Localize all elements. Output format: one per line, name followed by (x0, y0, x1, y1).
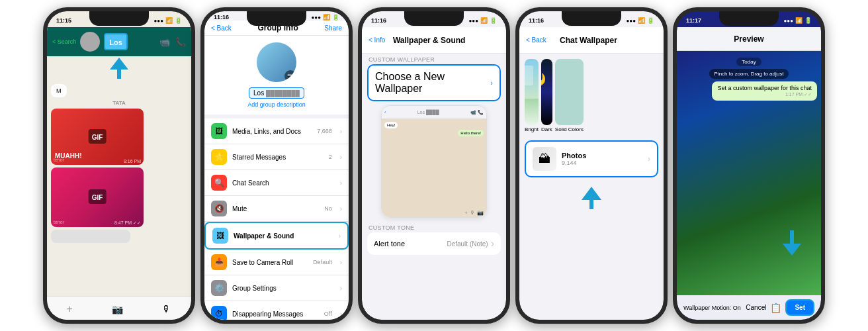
phone-1-notch (89, 11, 149, 26)
signal-icon-4: ●●● (627, 18, 636, 24)
choose-wallpaper-chevron: › (490, 79, 493, 87)
chat-search-chevron: › (340, 179, 342, 187)
wallpaper-solid[interactable]: Solid Colors (555, 59, 584, 132)
phone-2-screen: 11:16 ●●● 📶 🔋 < Back Group Info Share 📷 (204, 11, 349, 320)
menu-mute[interactable]: 🔇 Mute No › (204, 196, 349, 222)
pinch-hint: Pinch to zoom. Drag to adjust (709, 69, 789, 79)
gif-message-2: GIF 8:47 PM ✓✓ tenor (51, 167, 144, 227)
phone-2-notch (247, 11, 306, 26)
signal-icon: ●●● (154, 18, 164, 24)
arrow-down-5 (783, 230, 801, 256)
preview-action-buttons: Cancel 📋 Set (746, 299, 814, 316)
menu-media[interactable]: 🖼 Media, Links, and Docs 7,668 › (204, 118, 349, 144)
wallpaper-dark[interactable]: Dark (541, 59, 552, 132)
preview-title: Preview (734, 34, 763, 44)
mic-icon[interactable]: 🎙 (162, 304, 171, 314)
bright-thumbnail[interactable] (525, 59, 539, 125)
menu-disappearing[interactable]: ⏱ Disappearing Messages Off › (204, 301, 349, 320)
group-back-button[interactable]: < Back (211, 24, 232, 32)
menu-save-camera[interactable]: 📥 Save to Camera Roll Default › (204, 250, 349, 275)
phone-4-chat-wallpaper: 11:16 ●●● 📶 🔋 < Back Chat Wallpaper (515, 7, 668, 324)
add-icon[interactable]: + (67, 303, 73, 315)
ws-back-button[interactable]: < Info (369, 36, 385, 44)
menu-starred[interactable]: ⭐ Starred Messages 2 › (204, 144, 349, 170)
chat-search-label: Chat Search (232, 179, 269, 187)
star-icon: ⭐ (211, 149, 227, 165)
signal-icon-3: ●●● (469, 18, 479, 24)
mute-badge: No (324, 205, 332, 212)
gray-bubble (51, 230, 130, 243)
battery-icon-3: 🔋 (490, 17, 497, 24)
phone-3-notch (404, 11, 464, 26)
choose-wallpaper-text: Choose a New Wallpaper (375, 71, 490, 95)
disappearing-badge: Off (324, 310, 332, 317)
alert-chevron: › (491, 238, 494, 250)
group-avatar: 📷 (257, 42, 296, 82)
wallpaper-icon: 🖼 (212, 228, 228, 244)
group-header: 📷 Los ████████ Add group description (204, 36, 349, 115)
solid-thumbnail[interactable] (555, 59, 584, 125)
camera-icon[interactable]: 📷 (112, 304, 123, 314)
set-button[interactable]: Set (785, 299, 814, 316)
phone-5-notch (719, 11, 779, 26)
starred-badge: 2 (329, 154, 332, 160)
photos-info: Photos 9,144 (562, 152, 642, 166)
chat-message-area: M TATA GIF MUAHH! 8:16 PM tenor GIF (47, 80, 191, 320)
wallpaper-bright[interactable]: Bright (525, 59, 539, 132)
phone-2-group-info: 11:16 ●●● 📶 🔋 < Back Group Info Share 📷 (200, 7, 353, 324)
media-chevron: › (340, 128, 342, 135)
phone-1-time: 11:15 (56, 17, 71, 24)
phone-3-screen: 11:16 ●●● 📶 🔋 < Info Wallpaper & Sound C… (362, 11, 506, 320)
mute-chevron: › (340, 205, 342, 213)
wifi-icon-4: 📶 (638, 17, 645, 24)
video-call-icon[interactable]: 📹 (159, 37, 170, 47)
phone-1-status-icons: ●●● 📶 🔋 (154, 17, 183, 24)
preview-date-badge: Today (736, 58, 761, 66)
group-desc[interactable]: Add group description (247, 101, 306, 108)
arrow-up-4 (582, 187, 601, 209)
signal-icon-2: ●●● (312, 15, 322, 21)
wifi-icon-2: 📶 (323, 14, 330, 21)
copy-button[interactable]: 📋 (770, 303, 781, 313)
disappearing-chevron: › (340, 310, 342, 318)
phone-4-status-icons: ●●● 📶 🔋 (627, 17, 655, 24)
group-share-button[interactable]: Share (324, 24, 342, 32)
custom-wallpaper-label: CUSTOM WALLPAPER (362, 54, 506, 64)
menu-group-settings[interactable]: ⚙️ Group Settings › (204, 275, 349, 301)
chat-wallpaper-nav: < Back Chat Wallpaper (519, 27, 664, 54)
battery-icon: 🔋 (175, 17, 182, 24)
cw-back-button[interactable]: < Back (526, 36, 546, 44)
group-menu-section: 🖼 Media, Links, and Docs 7,668 › ⭐ Starr… (204, 118, 349, 320)
gif-message-1: GIF MUAHH! 8:16 PM tenor (51, 109, 144, 165)
settings-chevron: › (340, 285, 342, 292)
wallpaper-preview: ‹ Los ████ 📹 📞 Hey! Hello there! (381, 105, 487, 218)
camera-overlay[interactable]: 📷 (284, 70, 296, 82)
disappearing-label: Disappearing Messages (232, 310, 303, 318)
menu-wallpaper-sound[interactable]: 🖼 Wallpaper & Sound › (204, 222, 349, 250)
phone-2-time: 11:16 (214, 14, 229, 21)
menu-chat-search[interactable]: 🔍 Chat Search › (204, 170, 349, 196)
phone-5-screen: 11:17 ●●● 📶 🔋 Preview Today (677, 11, 821, 320)
preview-nav: Preview (677, 27, 821, 51)
chat-tab-bar: + 📷 🎙 (47, 296, 191, 320)
photos-name: Photos (562, 152, 642, 160)
save-camera-chevron: › (340, 259, 342, 266)
alert-tone-row[interactable]: Alert tone Default (Note) › (367, 232, 501, 255)
gif-label-1: GIF (92, 133, 103, 140)
photos-chevron: › (648, 154, 650, 164)
ws-title: Wallpaper & Sound (393, 36, 466, 45)
chat-nav-icons: 📹 📞 (159, 37, 186, 47)
media-icon: 🖼 (211, 123, 227, 139)
photos-row[interactable]: 🏔 Photos 9,144 › (525, 140, 658, 177)
cw-title: Chat Wallpaper (560, 36, 617, 45)
chat-back-button[interactable]: < Search (52, 38, 76, 45)
signal-icon-5: ●●● (784, 18, 794, 24)
alert-tone-value: Default (Note) (447, 240, 488, 248)
call-icon[interactable]: 📞 (175, 37, 186, 47)
cancel-button[interactable]: Cancel (746, 304, 766, 311)
choose-wallpaper-button[interactable]: Choose a New Wallpaper › (367, 64, 501, 101)
battery-icon-4: 🔋 (647, 17, 654, 24)
phone-1-screen: 11:15 ●●● 📶 🔋 < Search Los 📹 (47, 11, 191, 320)
mute-label: Mute (232, 205, 247, 213)
dark-thumbnail[interactable] (541, 59, 552, 125)
